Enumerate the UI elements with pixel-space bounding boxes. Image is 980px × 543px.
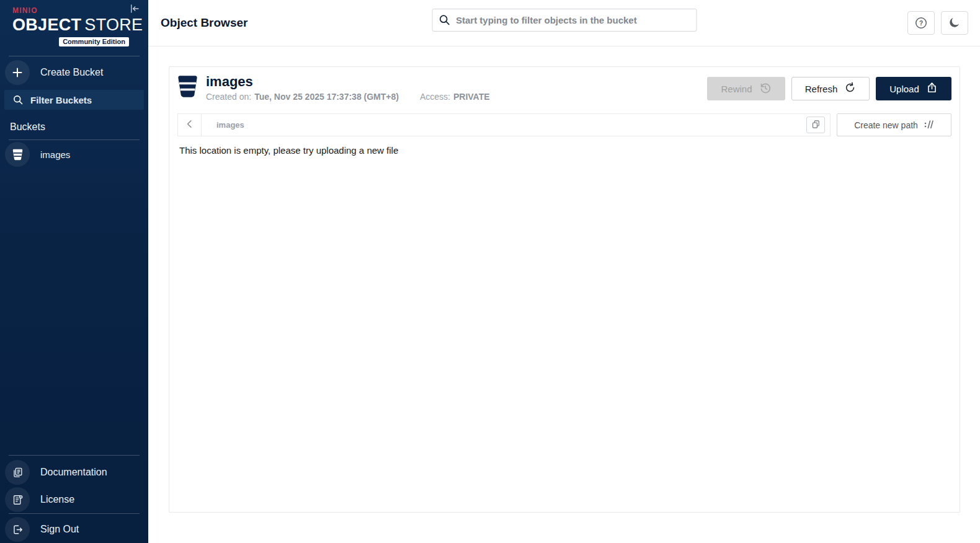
help-button[interactable]: ? bbox=[907, 11, 935, 35]
svg-text:?: ? bbox=[919, 20, 923, 27]
create-new-path-label: Create new path bbox=[854, 120, 918, 130]
bucket-name: images bbox=[206, 74, 490, 89]
refresh-button[interactable]: Refresh bbox=[791, 77, 870, 100]
filter-buckets-field bbox=[4, 90, 144, 110]
search-icon bbox=[438, 14, 450, 29]
sidebar-item-bucket-images[interactable]: images bbox=[0, 141, 148, 168]
dark-mode-button[interactable] bbox=[941, 11, 968, 35]
buckets-section-label: Buckets bbox=[0, 110, 148, 139]
breadcrumb-path: images bbox=[216, 120, 244, 130]
sidebar-item-license[interactable]: License bbox=[0, 486, 148, 513]
object-search-input[interactable] bbox=[432, 9, 697, 32]
bucket-actions: Rewind Refresh bbox=[707, 77, 951, 100]
upload-button-label: Upload bbox=[889, 84, 919, 94]
upload-icon bbox=[926, 82, 938, 95]
rewind-clock-icon bbox=[759, 82, 772, 96]
access-value: PRIVATE bbox=[453, 92, 490, 102]
empty-location-message: This location is empty, please try uploa… bbox=[179, 145, 951, 156]
sidebar-divider bbox=[9, 455, 140, 456]
created-on-label: Created on: bbox=[206, 92, 251, 102]
sign-out-icon bbox=[5, 517, 30, 542]
upload-button[interactable]: Upload bbox=[876, 77, 951, 100]
plus-icon bbox=[5, 60, 30, 85]
documentation-icon bbox=[5, 460, 30, 485]
breadcrumb: images bbox=[177, 113, 831, 136]
filter-buckets-input[interactable] bbox=[4, 90, 144, 110]
refresh-icon bbox=[844, 82, 856, 95]
create-bucket-button[interactable]: Create Bucket bbox=[0, 58, 148, 87]
object-search-field bbox=[432, 9, 697, 32]
sidebar: MINIO OBJECTSTORE Community Edition Crea… bbox=[0, 0, 148, 543]
bucket-meta: Created on: Tue, Nov 25 2025 17:37:38 (G… bbox=[206, 92, 490, 102]
create-new-path-button[interactable]: Create new path bbox=[837, 113, 951, 136]
minio-brand-text: MINIO bbox=[12, 6, 137, 15]
create-bucket-label: Create Bucket bbox=[40, 67, 103, 78]
page-title: Object Browser bbox=[161, 16, 247, 30]
sidebar-footer: Documentation License Sign Out bbox=[0, 455, 148, 543]
bucket-panel: images Created on: Tue, Nov 25 2025 17:3… bbox=[169, 66, 960, 513]
copy-icon bbox=[811, 120, 821, 131]
rewind-button[interactable]: Rewind bbox=[707, 77, 785, 100]
main-area: Object Browser ? bbox=[148, 0, 980, 543]
refresh-button-label: Refresh bbox=[805, 84, 838, 94]
path-toolbar: images Create new path bbox=[177, 113, 951, 136]
access-label: Access: bbox=[420, 92, 450, 102]
topbar-actions: ? bbox=[907, 11, 968, 35]
top-bar: Object Browser ? bbox=[148, 0, 980, 46]
sign-out-label: Sign Out bbox=[40, 524, 79, 535]
documentation-label: Documentation bbox=[40, 467, 107, 478]
chevron-left-icon bbox=[184, 118, 195, 131]
moon-icon bbox=[948, 16, 961, 30]
license-label: License bbox=[40, 494, 74, 505]
sidebar-divider bbox=[9, 513, 140, 514]
bucket-item-label: images bbox=[40, 149, 70, 160]
copy-path-button[interactable] bbox=[806, 117, 825, 133]
license-icon bbox=[5, 487, 30, 512]
bucket-icon bbox=[5, 142, 30, 167]
created-on-value: Tue, Nov 25 2025 17:37:38 (GMT+8) bbox=[254, 92, 399, 102]
back-button[interactable] bbox=[178, 114, 202, 136]
object-store-title: OBJECTSTORE bbox=[12, 15, 137, 35]
sidebar-divider bbox=[9, 139, 140, 140]
collapse-arrow-icon bbox=[129, 7, 140, 16]
bucket-panel-header: images Created on: Tue, Nov 25 2025 17:3… bbox=[177, 74, 951, 102]
content-area: images Created on: Tue, Nov 25 2025 17:3… bbox=[148, 46, 980, 543]
help-icon: ? bbox=[914, 16, 928, 30]
app-logo: MINIO OBJECTSTORE Community Edition bbox=[0, 0, 148, 46]
path-slashes-icon bbox=[924, 120, 934, 131]
sidebar-divider bbox=[9, 56, 140, 56]
sidebar-item-sign-out[interactable]: Sign Out bbox=[0, 516, 148, 543]
search-icon bbox=[12, 94, 24, 108]
sidebar-collapse-button[interactable] bbox=[128, 2, 141, 17]
bucket-icon bbox=[177, 75, 198, 100]
rewind-button-label: Rewind bbox=[721, 84, 752, 94]
sidebar-item-documentation[interactable]: Documentation bbox=[0, 459, 148, 486]
community-edition-badge: Community Edition bbox=[59, 37, 129, 46]
